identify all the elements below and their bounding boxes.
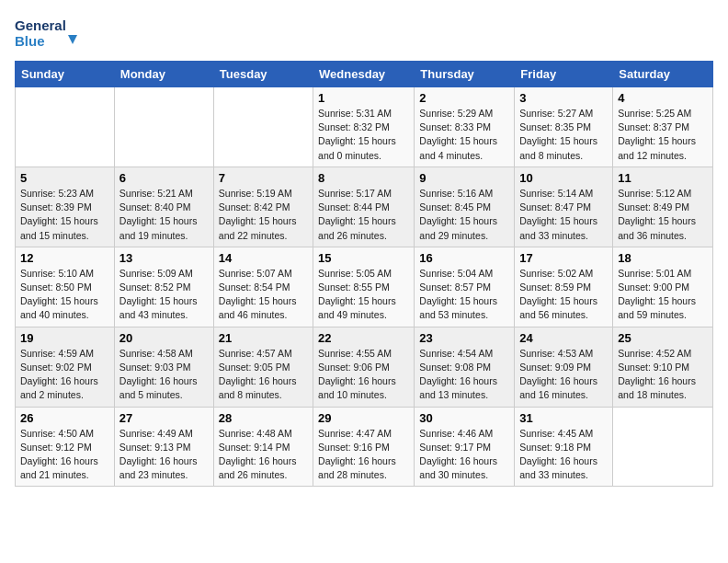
day-cell: 13Sunrise: 5:09 AM Sunset: 8:52 PM Dayli…	[114, 247, 213, 327]
day-number: 29	[318, 411, 409, 425]
day-cell: 10Sunrise: 5:14 AM Sunset: 8:47 PM Dayli…	[515, 167, 613, 247]
day-cell: 6Sunrise: 5:21 AM Sunset: 8:40 PM Daylig…	[114, 167, 213, 247]
day-number: 8	[318, 171, 409, 185]
header-day-wednesday: Wednesday	[313, 62, 415, 87]
day-info: Sunrise: 4:50 AM Sunset: 9:12 PM Dayligh…	[20, 427, 109, 483]
day-number: 21	[219, 331, 308, 345]
day-cell: 11Sunrise: 5:12 AM Sunset: 8:49 PM Dayli…	[613, 167, 713, 247]
day-number: 31	[519, 411, 608, 425]
day-info: Sunrise: 5:07 AM Sunset: 8:54 PM Dayligh…	[219, 267, 308, 323]
day-number: 6	[119, 171, 209, 185]
day-number: 3	[519, 91, 608, 105]
day-number: 24	[519, 331, 608, 345]
day-info: Sunrise: 4:49 AM Sunset: 9:13 PM Dayligh…	[119, 427, 209, 483]
day-info: Sunrise: 4:47 AM Sunset: 9:16 PM Dayligh…	[318, 427, 409, 483]
day-info: Sunrise: 4:59 AM Sunset: 9:02 PM Dayligh…	[20, 347, 109, 403]
day-cell: 21Sunrise: 4:57 AM Sunset: 9:05 PM Dayli…	[213, 327, 313, 407]
day-cell: 1Sunrise: 5:31 AM Sunset: 8:32 PM Daylig…	[313, 87, 415, 167]
header-day-tuesday: Tuesday	[213, 62, 313, 87]
day-info: Sunrise: 5:29 AM Sunset: 8:33 PM Dayligh…	[419, 107, 509, 163]
day-cell: 9Sunrise: 5:16 AM Sunset: 8:45 PM Daylig…	[415, 167, 515, 247]
day-number: 11	[618, 171, 708, 185]
week-row-4: 19Sunrise: 4:59 AM Sunset: 9:02 PM Dayli…	[16, 327, 713, 407]
header-row: SundayMondayTuesdayWednesdayThursdayFrid…	[16, 62, 713, 87]
day-cell: 24Sunrise: 4:53 AM Sunset: 9:09 PM Dayli…	[515, 327, 613, 407]
day-info: Sunrise: 5:14 AM Sunset: 8:47 PM Dayligh…	[519, 187, 608, 243]
day-info: Sunrise: 4:52 AM Sunset: 9:10 PM Dayligh…	[618, 347, 708, 403]
day-number: 2	[419, 91, 509, 105]
svg-text:General: General	[15, 17, 66, 33]
day-cell: 8Sunrise: 5:17 AM Sunset: 8:44 PM Daylig…	[313, 167, 415, 247]
day-number: 26	[20, 411, 109, 425]
day-number: 28	[219, 411, 308, 425]
day-cell: 23Sunrise: 4:54 AM Sunset: 9:08 PM Dayli…	[415, 327, 515, 407]
day-info: Sunrise: 5:16 AM Sunset: 8:45 PM Dayligh…	[419, 187, 509, 243]
day-info: Sunrise: 4:55 AM Sunset: 9:06 PM Dayligh…	[318, 347, 409, 403]
day-info: Sunrise: 5:19 AM Sunset: 8:42 PM Dayligh…	[219, 187, 308, 243]
day-number: 27	[119, 411, 209, 425]
day-number: 1	[318, 91, 409, 105]
day-info: Sunrise: 5:05 AM Sunset: 8:55 PM Dayligh…	[318, 267, 409, 323]
day-number: 9	[419, 171, 509, 185]
logo-svg: General Blue	[15, 15, 79, 52]
day-cell: 5Sunrise: 5:23 AM Sunset: 8:39 PM Daylig…	[16, 167, 115, 247]
day-cell: 14Sunrise: 5:07 AM Sunset: 8:54 PM Dayli…	[213, 247, 313, 327]
day-cell: 16Sunrise: 5:04 AM Sunset: 8:57 PM Dayli…	[415, 247, 515, 327]
day-cell: 27Sunrise: 4:49 AM Sunset: 9:13 PM Dayli…	[114, 407, 213, 487]
day-cell	[114, 87, 213, 167]
logo: General Blue	[15, 15, 79, 52]
day-cell: 29Sunrise: 4:47 AM Sunset: 9:16 PM Dayli…	[313, 407, 415, 487]
day-info: Sunrise: 5:12 AM Sunset: 8:49 PM Dayligh…	[618, 187, 708, 243]
day-cell: 15Sunrise: 5:05 AM Sunset: 8:55 PM Dayli…	[313, 247, 415, 327]
day-number: 12	[20, 251, 109, 265]
day-info: Sunrise: 5:02 AM Sunset: 8:59 PM Dayligh…	[519, 267, 608, 323]
day-cell: 20Sunrise: 4:58 AM Sunset: 9:03 PM Dayli…	[114, 327, 213, 407]
day-number: 14	[219, 251, 308, 265]
day-cell: 26Sunrise: 4:50 AM Sunset: 9:12 PM Dayli…	[16, 407, 115, 487]
day-number: 15	[318, 251, 409, 265]
day-cell: 7Sunrise: 5:19 AM Sunset: 8:42 PM Daylig…	[213, 167, 313, 247]
day-info: Sunrise: 4:57 AM Sunset: 9:05 PM Dayligh…	[219, 347, 308, 403]
calendar-header: SundayMondayTuesdayWednesdayThursdayFrid…	[16, 62, 713, 87]
day-number: 10	[519, 171, 608, 185]
day-cell: 4Sunrise: 5:25 AM Sunset: 8:37 PM Daylig…	[613, 87, 713, 167]
day-info: Sunrise: 5:04 AM Sunset: 8:57 PM Dayligh…	[419, 267, 509, 323]
day-cell: 3Sunrise: 5:27 AM Sunset: 8:35 PM Daylig…	[515, 87, 613, 167]
day-info: Sunrise: 5:23 AM Sunset: 8:39 PM Dayligh…	[20, 187, 109, 243]
day-cell: 30Sunrise: 4:46 AM Sunset: 9:17 PM Dayli…	[415, 407, 515, 487]
day-info: Sunrise: 4:45 AM Sunset: 9:18 PM Dayligh…	[519, 427, 608, 483]
day-number: 22	[318, 331, 409, 345]
day-info: Sunrise: 5:25 AM Sunset: 8:37 PM Dayligh…	[618, 107, 708, 163]
week-row-3: 12Sunrise: 5:10 AM Sunset: 8:50 PM Dayli…	[16, 247, 713, 327]
day-info: Sunrise: 4:54 AM Sunset: 9:08 PM Dayligh…	[419, 347, 509, 403]
week-row-2: 5Sunrise: 5:23 AM Sunset: 8:39 PM Daylig…	[16, 167, 713, 247]
day-cell: 28Sunrise: 4:48 AM Sunset: 9:14 PM Dayli…	[213, 407, 313, 487]
day-info: Sunrise: 5:31 AM Sunset: 8:32 PM Dayligh…	[318, 107, 409, 163]
day-number: 23	[419, 331, 509, 345]
day-cell	[613, 407, 713, 487]
day-info: Sunrise: 4:48 AM Sunset: 9:14 PM Dayligh…	[219, 427, 308, 483]
week-row-1: 1Sunrise: 5:31 AM Sunset: 8:32 PM Daylig…	[16, 87, 713, 167]
header-day-thursday: Thursday	[415, 62, 515, 87]
day-info: Sunrise: 5:17 AM Sunset: 8:44 PM Dayligh…	[318, 187, 409, 243]
day-cell: 12Sunrise: 5:10 AM Sunset: 8:50 PM Dayli…	[16, 247, 115, 327]
day-info: Sunrise: 5:09 AM Sunset: 8:52 PM Dayligh…	[119, 267, 209, 323]
day-info: Sunrise: 5:01 AM Sunset: 9:00 PM Dayligh…	[618, 267, 708, 323]
day-number: 20	[119, 331, 209, 345]
day-cell: 25Sunrise: 4:52 AM Sunset: 9:10 PM Dayli…	[613, 327, 713, 407]
day-info: Sunrise: 4:46 AM Sunset: 9:17 PM Dayligh…	[419, 427, 509, 483]
day-info: Sunrise: 5:21 AM Sunset: 8:40 PM Dayligh…	[119, 187, 209, 243]
day-cell	[213, 87, 313, 167]
day-cell	[16, 87, 115, 167]
day-info: Sunrise: 4:58 AM Sunset: 9:03 PM Dayligh…	[119, 347, 209, 403]
day-cell: 2Sunrise: 5:29 AM Sunset: 8:33 PM Daylig…	[415, 87, 515, 167]
day-cell: 19Sunrise: 4:59 AM Sunset: 9:02 PM Dayli…	[16, 327, 115, 407]
day-cell: 22Sunrise: 4:55 AM Sunset: 9:06 PM Dayli…	[313, 327, 415, 407]
day-info: Sunrise: 5:27 AM Sunset: 8:35 PM Dayligh…	[519, 107, 608, 163]
header-day-friday: Friday	[515, 62, 613, 87]
day-info: Sunrise: 4:53 AM Sunset: 9:09 PM Dayligh…	[519, 347, 608, 403]
day-number: 7	[219, 171, 308, 185]
day-number: 16	[419, 251, 509, 265]
day-cell: 17Sunrise: 5:02 AM Sunset: 8:59 PM Dayli…	[515, 247, 613, 327]
day-number: 17	[519, 251, 608, 265]
